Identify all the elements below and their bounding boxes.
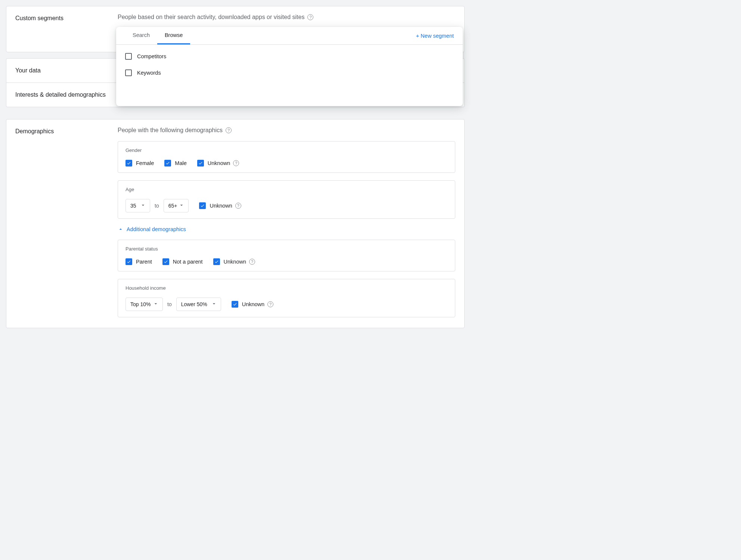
age-to-dropdown[interactable]: 65+ [164,199,189,212]
option-label: Male [175,160,186,166]
segment-item-label: Keywords [137,70,161,76]
chevron-down-icon [153,301,159,308]
demographics-card: Demographics People with the following d… [6,119,465,328]
segment-item-label: Competitors [137,53,166,59]
income-to-value: Lower 50% [181,301,207,307]
checkbox-icon [125,69,132,76]
income-title: Household income [125,285,447,291]
tab-browse[interactable]: Browse [157,27,190,44]
income-from-value: Top 10% [130,301,151,307]
age-from-value: 35 [130,203,136,209]
your-data-title: Your data [15,66,109,75]
gender-option-unknown[interactable]: Unknown ? [197,160,239,167]
gender-option-male[interactable]: Male [164,160,186,167]
parental-option-parent[interactable]: Parent [125,258,152,265]
parental-title: Parental status [125,246,447,252]
option-label: Parent [136,259,152,265]
option-label: Unknown [208,160,230,166]
checkbox-icon [164,160,171,167]
new-segment-button[interactable]: + New segment [416,33,454,39]
checkbox-icon [125,53,132,60]
parental-option-unknown[interactable]: Unknown ? [213,258,255,265]
custom-segments-title: Custom segments [15,14,109,23]
demographics-desc-row: People with the following demographics ? [118,127,455,134]
parental-panel: Parental status Parent Not a parent Unkn… [118,240,455,271]
income-to-dropdown[interactable]: Lower 50% [176,298,221,311]
chevron-down-icon [179,202,185,209]
demographics-desc: People with the following demographics [118,127,223,134]
popover-tabs: Search Browse [125,27,190,44]
income-to-label: to [167,301,172,307]
age-range: 35 to 65+ [125,199,189,212]
help-icon[interactable]: ? [307,14,313,20]
option-label: Not a parent [173,259,203,265]
checkbox-icon [199,202,206,209]
checkbox-icon [162,258,169,265]
custom-segments-desc: People based on their search activity, d… [118,14,304,21]
income-option-unknown[interactable]: Unknown ? [232,301,273,308]
age-panel: Age 35 to 65+ [118,180,455,219]
help-icon[interactable]: ? [235,203,241,209]
option-label: Unknown [210,203,232,209]
option-label: Unknown [224,259,246,265]
popover-body: Competitors Keywords [116,45,463,84]
segment-item-keywords[interactable]: Keywords [125,66,454,79]
help-icon[interactable]: ? [233,160,239,166]
checkbox-icon [197,160,204,167]
popover-header: Search Browse + New segment [116,27,463,45]
checkbox-icon [232,301,238,308]
income-panel: Household income Top 10% to Lower 50% [118,279,455,317]
additional-demographics-toggle[interactable]: Additional demographics [118,226,455,232]
age-title: Age [125,187,447,192]
demographics-title: Demographics [15,127,109,136]
parental-option-not-parent[interactable]: Not a parent [162,258,203,265]
age-option-unknown[interactable]: Unknown ? [199,202,241,209]
additional-demographics-label: Additional demographics [127,226,186,232]
checkbox-icon [125,258,132,265]
option-label: Unknown [242,301,264,307]
option-label: Female [136,160,154,166]
age-to-label: to [155,203,159,209]
income-from-dropdown[interactable]: Top 10% [125,298,163,311]
chevron-down-icon [211,301,217,308]
checkbox-icon [213,258,220,265]
help-icon[interactable]: ? [267,301,273,307]
help-icon[interactable]: ? [226,127,232,133]
help-icon[interactable]: ? [249,259,255,265]
custom-segments-desc-row: People based on their search activity, d… [118,14,455,21]
age-to-value: 65+ [168,203,177,209]
income-range: Top 10% to Lower 50% [125,298,221,311]
gender-title: Gender [125,147,447,153]
age-from-dropdown[interactable]: 35 [125,199,150,212]
segment-item-competitors[interactable]: Competitors [125,50,454,63]
tab-search[interactable]: Search [125,27,157,44]
gender-panel: Gender Female Male Unknown ? [118,141,455,173]
custom-segments-popover: Search Browse + New segment Competitors … [116,27,463,106]
gender-option-female[interactable]: Female [125,160,154,167]
chevron-up-icon [118,226,124,232]
checkbox-icon [125,160,132,167]
interests-title: Interests & detailed demographics [15,90,109,99]
chevron-down-icon [140,202,146,209]
